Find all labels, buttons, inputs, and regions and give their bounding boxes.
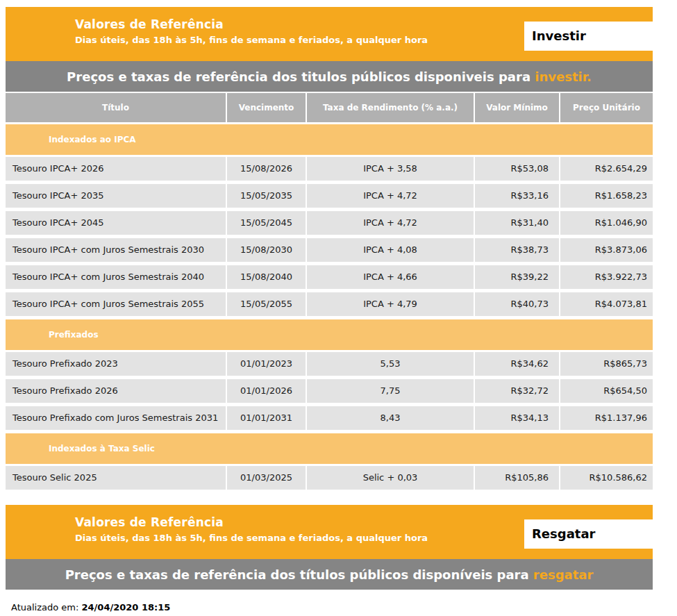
table-row: Tesouro IPCA+ 204515/05/2045IPCA + 4,72R…: [6, 211, 653, 235]
cell-valor_minimo: R$53,08: [474, 157, 559, 181]
cell-preco_unitario: R$1.658,23: [559, 184, 653, 208]
cell-titulo: Tesouro Prefixado 2023: [6, 352, 226, 376]
resgatar-subbar-highlight: resgatar: [533, 567, 593, 582]
section-row: Prefixados: [6, 319, 653, 350]
cell-vencimento: 15/05/2045: [226, 211, 306, 235]
cell-vencimento: 01/01/2023: [226, 352, 306, 376]
cell-titulo: Tesouro IPCA+ 2035: [6, 184, 226, 208]
cell-vencimento: 15/08/2026: [226, 157, 306, 181]
cell-taxa: Selic + 0,03: [306, 466, 474, 490]
cell-vencimento: 15/05/2055: [226, 292, 306, 316]
cell-taxa: IPCA + 4,66: [306, 265, 474, 289]
table-header-row: TítuloVencimentoTaxa de Rendimento (% a.…: [6, 93, 653, 122]
cell-titulo: Tesouro IPCA+ com Juros Semestrais 2055: [6, 292, 226, 316]
cell-taxa: IPCA + 3,58: [306, 157, 474, 181]
cell-valor_minimo: R$34,13: [474, 406, 559, 430]
cell-taxa: 7,75: [306, 379, 474, 403]
cell-valor_minimo: R$32,72: [474, 379, 559, 403]
table-row: Tesouro IPCA+ com Juros Semestrais 20401…: [6, 265, 653, 289]
cell-vencimento: 01/03/2025: [226, 466, 306, 490]
investir-subbar-highlight: investir.: [535, 69, 592, 84]
cell-vencimento: 15/08/2040: [226, 265, 306, 289]
cell-vencimento: 15/08/2030: [226, 238, 306, 262]
table-row: Tesouro Selic 202501/03/2025Selic + 0,03…: [6, 466, 653, 490]
column-header: Taxa de Rendimento (% a.a.): [306, 93, 474, 122]
investir-block: Valores de Referência Dias úteis, das 18…: [6, 7, 653, 92]
resgatar-subbar-text: Preços e taxas de referência dos títulos…: [65, 567, 533, 582]
cell-vencimento: 01/01/2031: [226, 406, 306, 430]
updated-at-value: 24/04/2020 18:15: [82, 602, 171, 613]
cell-titulo: Tesouro IPCA+ 2026: [6, 157, 226, 181]
cell-preco_unitario: R$10.586,62: [559, 466, 653, 490]
cell-preco_unitario: R$1.046,90: [559, 211, 653, 235]
cell-taxa: IPCA + 4,08: [306, 238, 474, 262]
cell-vencimento: 15/05/2035: [226, 184, 306, 208]
cell-preco_unitario: R$865,73: [559, 352, 653, 376]
investir-tab[interactable]: Investir: [524, 22, 677, 51]
bonds-table-body: Indexados ao IPCATesouro IPCA+ 202615/08…: [6, 124, 653, 490]
cell-valor_minimo: R$39,22: [474, 265, 559, 289]
section-row: Indexados ao IPCA: [6, 124, 653, 155]
cell-valor_minimo: R$40,73: [474, 292, 559, 316]
column-header: Título: [6, 93, 226, 122]
cell-taxa: 5,53: [306, 352, 474, 376]
column-header: Valor Mínimo: [474, 93, 559, 122]
bonds-table: TítuloVencimentoTaxa de Rendimento (% a.…: [6, 93, 653, 490]
cell-taxa: IPCA + 4,72: [306, 184, 474, 208]
cell-preco_unitario: R$4.073,81: [559, 292, 653, 316]
table-row: Tesouro IPCA+ 202615/08/2026IPCA + 3,58R…: [6, 157, 653, 181]
resgatar-block: Valores de Referência Dias úteis, das 18…: [6, 505, 653, 590]
section-row: Indexados à Taxa Selic: [6, 433, 653, 464]
cell-valor_minimo: R$33,16: [474, 184, 559, 208]
investir-subbar-text: Preços e taxas de referência dos titulos…: [67, 69, 535, 84]
table-row: Tesouro Prefixado com Juros Semestrais 2…: [6, 406, 653, 430]
cell-titulo: Tesouro IPCA+ com Juros Semestrais 2040: [6, 265, 226, 289]
table-row: Tesouro IPCA+ com Juros Semestrais 20301…: [6, 238, 653, 262]
cell-vencimento: 01/01/2026: [226, 379, 306, 403]
cell-taxa: IPCA + 4,79: [306, 292, 474, 316]
cell-titulo: Tesouro Prefixado 2026: [6, 379, 226, 403]
cell-preco_unitario: R$1.137,96: [559, 406, 653, 430]
cell-valor_minimo: R$31,40: [474, 211, 559, 235]
table-row: Tesouro IPCA+ 203515/05/2035IPCA + 4,72R…: [6, 184, 653, 208]
table-row: Tesouro Prefixado 202601/01/20267,75R$32…: [6, 379, 653, 403]
cell-preco_unitario: R$2.654,29: [559, 157, 653, 181]
cell-valor_minimo: R$105,86: [474, 466, 559, 490]
cell-valor_minimo: R$38,73: [474, 238, 559, 262]
cell-titulo: Tesouro Selic 2025: [6, 466, 226, 490]
column-header: Vencimento: [226, 93, 306, 122]
investir-banner: Valores de Referência Dias úteis, das 18…: [6, 7, 653, 61]
cell-valor_minimo: R$34,62: [474, 352, 559, 376]
cell-preco_unitario: R$3.873,06: [559, 238, 653, 262]
cell-titulo: Tesouro Prefixado com Juros Semestrais 2…: [6, 406, 226, 430]
updated-at-label: Atualizado em:: [11, 602, 82, 613]
resgatar-tab[interactable]: Resgatar: [524, 519, 677, 549]
cell-taxa: IPCA + 4,72: [306, 211, 474, 235]
updated-at: Atualizado em: 24/04/2020 18:15: [11, 602, 653, 613]
resgatar-subbar: Preços e taxas de referência dos títulos…: [6, 559, 653, 590]
cell-preco_unitario: R$3.922,73: [559, 265, 653, 289]
table-row: Tesouro IPCA+ com Juros Semestrais 20551…: [6, 292, 653, 316]
table-row: Tesouro Prefixado 202301/01/20235,53R$34…: [6, 352, 653, 376]
cell-titulo: Tesouro IPCA+ com Juros Semestrais 2030: [6, 238, 226, 262]
cell-taxa: 8,43: [306, 406, 474, 430]
cell-preco_unitario: R$654,50: [559, 379, 653, 403]
page-content: Valores de Referência Dias úteis, das 18…: [6, 7, 653, 613]
cell-titulo: Tesouro IPCA+ 2045: [6, 211, 226, 235]
investir-subbar: Preços e taxas de referência dos titulos…: [6, 61, 653, 92]
column-header: Preço Unitário: [559, 93, 653, 122]
resgatar-banner: Valores de Referência Dias úteis, das 18…: [6, 505, 653, 559]
